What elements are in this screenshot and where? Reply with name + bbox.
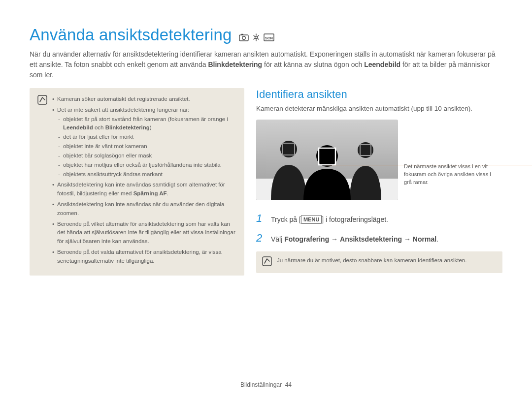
steps: 1 Tryck på [MENU] i fotograferingsläget.…	[256, 212, 502, 245]
manual-page: Använda ansiktsdetektering SCN När du an…	[0, 0, 532, 401]
menu-key: MENU	[301, 215, 322, 224]
note-text: och	[93, 124, 105, 130]
mode-icons-group: SCN	[239, 33, 274, 41]
step-2: 2 Välj Fotografering → Ansiktsdetekterin…	[256, 232, 502, 245]
tip-text: Ju närmare du är motivet, desto snabbare…	[277, 256, 466, 265]
note-box: Kameran söker automatiskt det registrera…	[30, 88, 244, 276]
step-text: Välj Fotografering → Ansiktsdetektering …	[271, 234, 502, 245]
step-text-part: Välj	[271, 235, 284, 243]
columns: Kameran söker automatiskt det registrera…	[30, 88, 502, 276]
note-subitem: objektets ansiktsuttryck ändras markant	[57, 170, 236, 179]
note-item: Beroende på det valda alternativet för a…	[52, 248, 236, 266]
illustration-callout: Det närmaste ansiktet visas i en vit fok…	[404, 163, 498, 186]
page-footer: Bildinställningar 44	[0, 381, 532, 388]
note-text: )	[150, 124, 152, 130]
step-bold: Normal	[413, 235, 436, 243]
step-text-part: →	[402, 235, 413, 243]
note-item: Beroende på vilket alternativ för ansikt…	[52, 220, 236, 246]
step-text: Tryck på [MENU] i fotograferingsläget.	[271, 215, 502, 225]
svg-point-3	[255, 36, 257, 39]
footer-section: Bildinställningar	[240, 381, 282, 388]
note-bold: Blinkdetektering	[105, 124, 150, 130]
note-item: Det är inte säkert att ansiktsdetekterin…	[52, 106, 236, 179]
illustration-wrap: Det närmaste ansiktet visas i en vit fok…	[256, 120, 502, 200]
lead-bold-smile: Leendebild	[364, 61, 400, 68]
face-detection-illustration	[256, 120, 398, 200]
note-icon	[262, 256, 272, 268]
note-subitem: objektet inte är vänt mot kameran	[57, 142, 236, 151]
right-column: Identifiera ansikten Kameran detekterar …	[256, 88, 502, 276]
step-bold: Fotografering	[284, 235, 329, 243]
lead-text-c: för att känna av slutna ögon och	[262, 61, 364, 68]
step-text-part: .	[436, 235, 438, 243]
note-content: Kameran söker automatiskt det registrera…	[52, 95, 236, 268]
note-item: Ansiktsdetektering kan inte användas när…	[52, 200, 236, 218]
note-subitem: objektet bär solglasögon eller mask	[57, 152, 236, 160]
step-number: 2	[256, 232, 266, 245]
lead-bold-blink: Blinkdetektering	[208, 61, 262, 68]
footer-page-number: 44	[285, 381, 292, 388]
mode-dual-is-icon	[252, 33, 261, 41]
note-item: Kameran söker automatiskt det registrera…	[52, 95, 236, 104]
step-text-part: ] i fotograferingsläget.	[322, 216, 388, 223]
svg-rect-6	[38, 95, 47, 104]
mode-program-icon	[239, 33, 249, 41]
svg-rect-2	[241, 34, 243, 35]
step-text-part: Tryck på [	[271, 216, 301, 223]
svg-rect-0	[239, 35, 248, 41]
step-text-part: →	[329, 235, 340, 243]
note-text: .	[167, 190, 168, 196]
page-title: Använda ansiktsdetektering	[30, 26, 232, 44]
note-text: objektet är på stort avstånd från kamera…	[63, 116, 228, 122]
title-row: Använda ansiktsdetektering SCN	[30, 26, 502, 44]
lead-paragraph: När du använder alternativ för ansiktsde…	[30, 49, 502, 80]
step-1: 1 Tryck på [MENU] i fotograferingsläget.	[256, 212, 502, 225]
note-subitem: det är för ljust eller för mörkt	[57, 133, 236, 142]
step-number: 1	[256, 212, 266, 225]
section-title: Identifiera ansikten	[256, 88, 502, 101]
tip-box: Ju närmare du är motivet, desto snabbare…	[256, 251, 502, 273]
svg-rect-16	[263, 257, 271, 266]
note-icon	[37, 95, 47, 268]
note-bold: Leendebild	[63, 124, 93, 130]
note-subitem: objektet har motljus eller också är ljus…	[57, 161, 236, 170]
note-subitem: objektet är på stort avstånd från kamera…	[57, 115, 236, 133]
note-bold: Spårning AF	[133, 190, 167, 196]
mode-scene-icon: SCN	[264, 33, 274, 41]
note-item: Ansiktsdetektering kan inte användas sam…	[52, 181, 236, 198]
left-column: Kameran söker automatiskt det registrera…	[30, 88, 244, 276]
step-bold: Ansiktsdetektering	[340, 235, 402, 243]
svg-text:SCN: SCN	[265, 36, 273, 40]
section-desc: Kameran detekterar mänskliga ansikten au…	[256, 104, 502, 114]
svg-point-1	[242, 36, 245, 39]
note-text: Det är inte säkert att ansiktsdetekterin…	[57, 107, 189, 113]
